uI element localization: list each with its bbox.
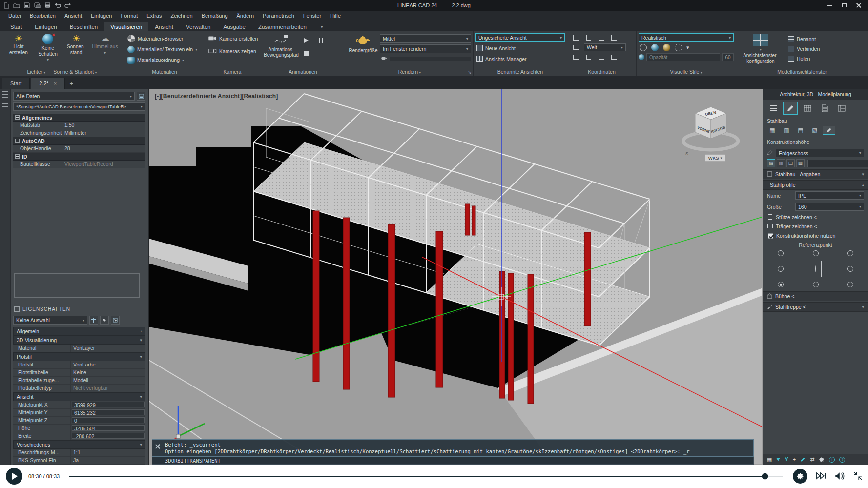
command-close-icon[interactable] [155, 444, 160, 449]
player-progress-knob[interactable] [762, 473, 768, 480]
view-manager-button[interactable]: Ansichts-Manager [475, 54, 565, 63]
create-camera-button[interactable]: Kamera erstellen [207, 33, 258, 44]
sonne-standort-group-label[interactable]: Sonne & Standort [53, 69, 97, 75]
sky-off-button[interactable]: ☁ Himmel aus ▾ [91, 33, 119, 67]
property-row[interactable]: Maßstab1:50 [13, 122, 145, 129]
info-icon[interactable]: i [829, 457, 835, 463]
new-file-icon[interactable] [3, 2, 10, 9]
menu-item[interactable]: Parametrisch [258, 12, 299, 20]
save-filter-icon[interactable] [137, 92, 145, 101]
tab-columns-icon[interactable]: ▥ [780, 126, 793, 135]
ribbon-tab-ausgabe[interactable]: Ausgabe [217, 22, 251, 31]
collapse-icon[interactable] [15, 115, 20, 120]
viewport-named-button[interactable]: Benannt [787, 35, 821, 43]
undo-icon[interactable] [54, 2, 61, 9]
palette-properties-icon[interactable] [2, 91, 8, 98]
viewport-controls-label[interactable]: [-][Benutzerdefinierte Ansicht][Realisti… [155, 93, 278, 100]
animation-path-button[interactable]: Animations- Bewegungspfad [262, 33, 300, 67]
tab-hatch-icon[interactable]: ▧ [808, 126, 821, 135]
property-row[interactable]: Breite-280.602 [13, 432, 145, 440]
property-row[interactable]: PlotstiltabelleKeine [13, 369, 145, 377]
hatch-mode-4-icon[interactable]: ▦ [796, 159, 805, 167]
property-row[interactable]: Mittelpunkt Y6135.232 [13, 409, 145, 417]
property-row[interactable]: BKS-Symbol EinJa [13, 457, 145, 465]
maximize-button[interactable] [838, 1, 850, 10]
playback-speed-icon[interactable] [815, 472, 827, 481]
volume-icon[interactable] [835, 472, 846, 481]
profile-size-select[interactable]: 160 [795, 203, 864, 211]
visual-style-select[interactable]: Realistisch [639, 33, 734, 42]
ucs-face-icon[interactable] [609, 33, 618, 42]
menu-item[interactable]: Bemaßung [197, 12, 232, 20]
refpoint-radio[interactable] [815, 265, 816, 272]
ucs-select[interactable]: Welt [584, 43, 626, 51]
filter-icon[interactable] [776, 458, 780, 461]
plot-icon[interactable] [44, 2, 51, 9]
animation-options-icon[interactable]: ⋯ [331, 36, 340, 45]
refpoint-radio[interactable] [778, 250, 784, 256]
material-mapping-button[interactable]: Materialzuordnung [126, 55, 203, 65]
menu-item[interactable]: Extras [142, 12, 166, 20]
add-icon[interactable]: + [793, 457, 796, 462]
property-row[interactable]: BauteilklasseViewportTableRecord [13, 161, 145, 168]
ribbon-tab-beschriften[interactable]: Beschriften [63, 22, 104, 31]
lichter-group-label[interactable]: Lichter [27, 69, 46, 75]
style-more-icon[interactable]: ▾ [686, 44, 689, 51]
player-progress-bar[interactable] [69, 476, 783, 477]
wireframe-style-icon[interactable] [640, 44, 647, 51]
section-header-3d-visualisierung[interactable]: 3D-Visualisierung ▾ [13, 336, 145, 345]
command-line[interactable]: Befehl: _vscurrent Option eingeben [2DDr… [152, 439, 754, 457]
palette-list-icon[interactable] [2, 110, 8, 116]
material-textures-button[interactable]: Materialien/ Texturen ein [126, 44, 203, 55]
animation-pause-icon[interactable] [316, 36, 325, 45]
section-header-plotstil[interactable]: Plotstil ▾ [13, 352, 145, 361]
ribbon-tab-ansicht[interactable]: Ansicht [148, 22, 180, 31]
menu-item[interactable]: Fenster [299, 12, 326, 20]
palette-table-icon[interactable] [800, 102, 815, 115]
refpoint-radio[interactable] [813, 282, 819, 287]
draw-column-button[interactable]: Stütze zeichnen < [763, 212, 868, 222]
command-history-line[interactable]: 3DORBITTRANSPARENT [152, 457, 754, 465]
section-header-verschiedenes[interactable]: Verschiedenes ▾ [13, 440, 145, 449]
animation-stop-icon[interactable] [302, 49, 310, 58]
menu-item[interactable]: Format [116, 12, 142, 20]
realistic-style-icon[interactable] [663, 44, 670, 51]
menu-item[interactable]: Zeichnen [166, 12, 197, 20]
exit-fullscreen-icon[interactable] [853, 471, 862, 481]
new-view-button[interactable]: Neue Ansicht [475, 43, 565, 53]
doc-tab-active[interactable]: 2.2* × [31, 78, 65, 89]
ucs-icon[interactable] [571, 33, 580, 42]
tab-rows-icon[interactable]: ▤ [794, 126, 807, 135]
sun-status-button[interactable]: ☀ Sonnen- stand [64, 33, 88, 67]
ucs-origin-icon[interactable] [597, 33, 605, 42]
property-row[interactable]: Plottabelle zuge...Modell [13, 377, 145, 385]
minimize-button[interactable] [823, 1, 836, 10]
section-header-ansicht[interactable]: Ansicht ▾ [13, 392, 145, 401]
ucs-world-icon[interactable] [571, 43, 580, 52]
refpoint-radio[interactable] [813, 250, 819, 256]
property-row[interactable]: MaterialVonLayer [13, 345, 145, 352]
selection-select[interactable]: Keine Auswahl [13, 316, 87, 325]
property-row[interactable]: Höhe3286.504 [13, 425, 145, 432]
menu-item[interactable]: Einfügen [86, 12, 116, 20]
view-cube-south-label[interactable]: S [685, 151, 688, 156]
tool-palette-title[interactable]: Architektur, 3D - Modellplanung [763, 89, 868, 100]
select-objects-icon[interactable] [100, 316, 109, 325]
use-height-checkbox-row[interactable]: Konstruktionshöhe nutzen [763, 231, 868, 241]
doc-tab-close-icon[interactable]: × [54, 81, 57, 86]
viewport-3d-scene[interactable] [149, 89, 763, 465]
property-row[interactable]: Mittelpunkt X3599.929 [13, 401, 145, 409]
profile-name-select[interactable]: IPE [795, 191, 864, 200]
model-viewport[interactable]: [-][Benutzerdefinierte Ansicht][Realisti… [149, 89, 763, 465]
ucs-3point-icon[interactable] [609, 53, 618, 61]
render-quality-select[interactable]: Mittel [380, 34, 471, 43]
palette-document-icon[interactable] [817, 102, 832, 115]
hatch-mode-2-icon[interactable]: ▥ [777, 159, 785, 167]
palette-menu-icon[interactable] [766, 102, 781, 115]
opacity-slider[interactable]: Opazität [646, 53, 720, 61]
rendern-group-label[interactable]: Rendern [398, 69, 421, 75]
data-source-select[interactable]: *Sonstige*/AutoCAD Basiselemente/Viewpor… [13, 102, 145, 111]
refpoint-radio[interactable] [847, 282, 853, 287]
save-icon[interactable] [23, 2, 30, 9]
menu-item[interactable]: Hilfe [326, 12, 345, 20]
